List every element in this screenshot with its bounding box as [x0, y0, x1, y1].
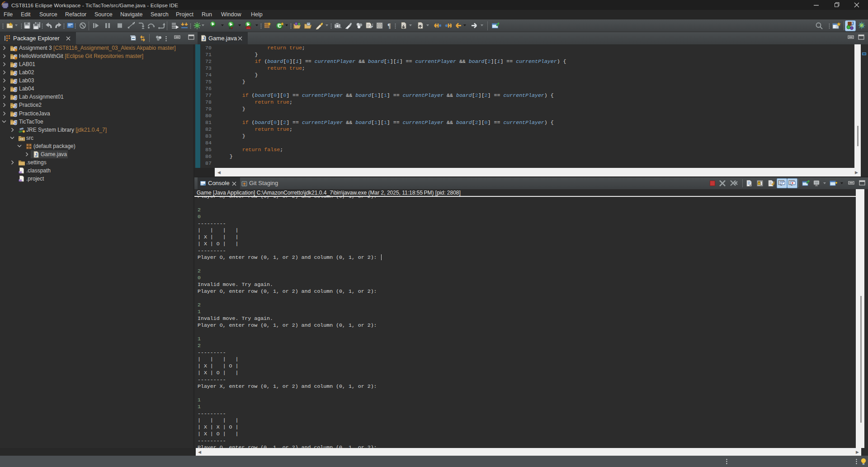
svg-text:J: J — [851, 21, 854, 26]
svg-text:C: C — [278, 23, 282, 29]
svg-text:¶: ¶ — [387, 23, 391, 29]
svg-text:J: J — [203, 36, 205, 41]
